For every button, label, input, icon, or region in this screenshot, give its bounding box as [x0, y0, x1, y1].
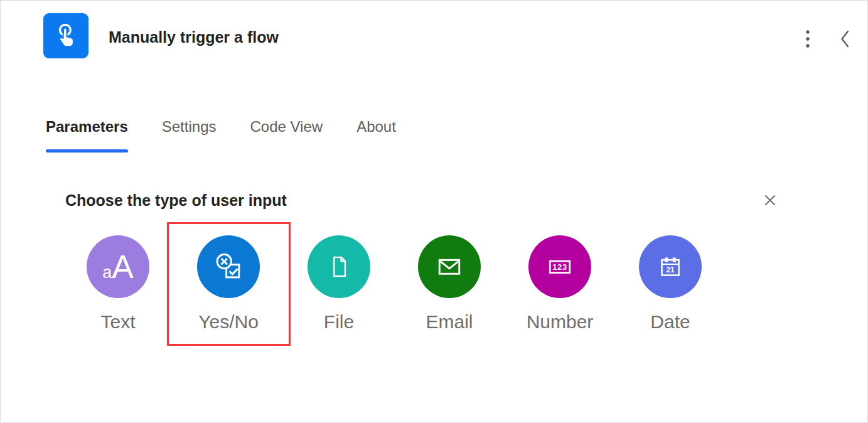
tab-label: Parameters: [46, 118, 128, 135]
number-icon-circle: 123: [528, 235, 591, 298]
collapse-button[interactable]: [838, 28, 851, 50]
header-actions: [804, 28, 851, 50]
tab-label: About: [356, 118, 396, 135]
file-icon-circle: [308, 235, 370, 298]
date-icon-circle: 21: [639, 235, 702, 298]
manual-trigger-icon: [43, 13, 88, 58]
close-x-icon: [760, 190, 780, 210]
page-title: Manually trigger a flow: [109, 27, 279, 47]
number-123-icon: 123: [543, 250, 577, 284]
option-yes-no[interactable]: Yes/No: [173, 235, 284, 332]
tab-label: Settings: [162, 118, 217, 135]
option-label: Date: [650, 312, 690, 332]
active-tab-indicator: [46, 149, 128, 153]
chevron-left-icon: [839, 29, 850, 48]
more-options-button[interactable]: [804, 28, 812, 50]
tab-code-view[interactable]: Code View: [250, 117, 323, 153]
picker-heading: Choose the type of user input: [65, 190, 287, 211]
tab-bar: Parameters Settings Code View About: [46, 117, 396, 153]
svg-text:21: 21: [666, 265, 675, 274]
tab-parameters[interactable]: Parameters: [46, 117, 128, 153]
file-icon: [323, 251, 355, 282]
option-label: Number: [527, 312, 594, 332]
yes-no-icon: [212, 250, 245, 284]
tab-about[interactable]: About: [356, 117, 396, 153]
tab-settings[interactable]: Settings: [162, 117, 217, 153]
option-text[interactable]: aA Text: [63, 235, 173, 332]
email-icon: [432, 250, 466, 284]
option-label: Yes/No: [198, 312, 259, 332]
hand-tap-icon: [51, 21, 80, 50]
option-label: File: [324, 312, 354, 332]
vertical-ellipsis-icon: [805, 29, 810, 48]
email-icon-circle: [418, 235, 481, 298]
input-type-options: aA Text Yes/No File: [63, 235, 726, 332]
tab-label: Code View: [250, 118, 323, 135]
text-icon-circle: aA: [87, 235, 149, 298]
option-email[interactable]: Email: [394, 235, 505, 332]
yes-no-icon-circle: [197, 235, 260, 298]
option-number[interactable]: 123 Number: [505, 235, 615, 332]
calendar-icon: 21: [654, 250, 687, 283]
option-label: Text: [100, 312, 135, 332]
option-date[interactable]: 21 Date: [615, 235, 726, 332]
close-button[interactable]: [759, 189, 781, 212]
option-label: Email: [426, 312, 473, 332]
option-file[interactable]: File: [284, 235, 394, 332]
text-icon: aA: [102, 250, 134, 283]
trigger-card: Manually trigger a flow Parameters Setti…: [0, 0, 868, 423]
svg-text:123: 123: [552, 262, 567, 272]
